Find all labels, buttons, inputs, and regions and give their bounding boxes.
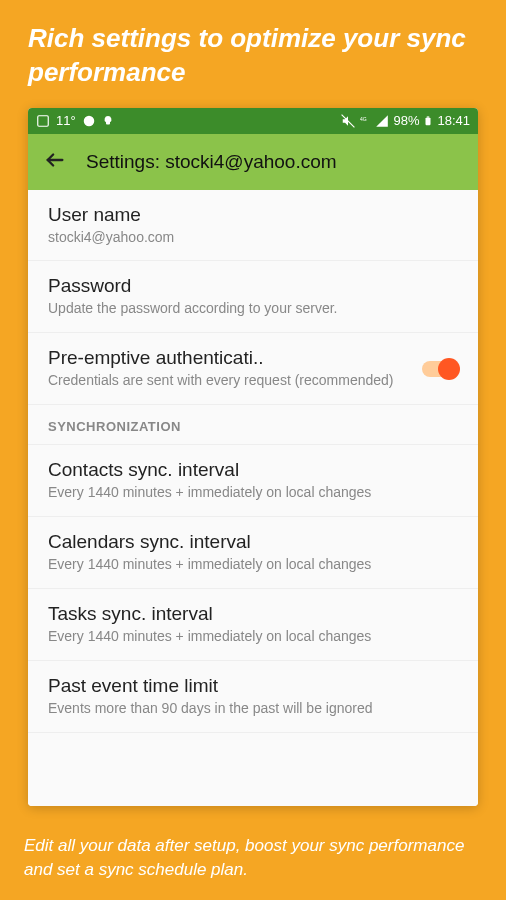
setting-contacts-interval[interactable]: Contacts sync. interval Every 1440 minut… (28, 445, 478, 517)
setting-username[interactable]: User name stocki4@yahoo.com (28, 190, 478, 262)
preemptive-toggle[interactable] (422, 361, 458, 377)
section-header-sync: SYNCHRONIZATION (28, 405, 478, 445)
setting-tasks-interval[interactable]: Tasks sync. interval Every 1440 minutes … (28, 589, 478, 661)
phone-frame: 11° 4G 98% 18:41 (28, 108, 478, 806)
page-title: Settings: stocki4@yahoo.com (86, 151, 337, 173)
firefox-icon (82, 114, 96, 128)
setting-sub: Events more than 90 days in the past wil… (48, 699, 458, 718)
setting-title: Calendars sync. interval (48, 531, 458, 553)
setting-sub: Update the password according to your se… (48, 299, 458, 318)
setting-title: Password (48, 275, 458, 297)
status-bar: 11° 4G 98% 18:41 (28, 108, 478, 134)
setting-preemptive-auth[interactable]: Pre-emptive authenticati.. Credentials a… (28, 333, 478, 405)
settings-list: User name stocki4@yahoo.com Password Upd… (28, 190, 478, 806)
setting-past-event-limit[interactable]: Past event time limit Events more than 9… (28, 661, 478, 733)
battery-percent: 98% (393, 113, 419, 128)
svg-point-1 (83, 115, 94, 126)
setting-title: Contacts sync. interval (48, 459, 458, 481)
bulb-icon (102, 114, 114, 128)
svg-text:4G: 4G (360, 116, 367, 122)
setting-password[interactable]: Password Update the password according t… (28, 261, 478, 333)
setting-title: Pre-emptive authenticati.. (48, 347, 412, 369)
clock-label: 18:41 (437, 113, 470, 128)
setting-sub: stocki4@yahoo.com (48, 228, 458, 247)
battery-icon (423, 114, 433, 128)
setting-title: Tasks sync. interval (48, 603, 458, 625)
svg-rect-4 (426, 117, 431, 125)
promo-header: Rich settings to optimize your sync perf… (0, 0, 506, 108)
promo-footer: Edit all your data after setup, boost yo… (0, 816, 506, 900)
setting-sub: Every 1440 minutes + immediately on loca… (48, 555, 458, 574)
setting-title: User name (48, 204, 458, 226)
screenshot-icon (36, 114, 50, 128)
setting-sub: Every 1440 minutes + immediately on loca… (48, 627, 458, 646)
network-icon: 4G (359, 115, 371, 127)
mute-icon (341, 114, 355, 128)
setting-sub: Credentials are sent with every request … (48, 371, 412, 390)
setting-calendars-interval[interactable]: Calendars sync. interval Every 1440 minu… (28, 517, 478, 589)
temperature-label: 11° (56, 113, 76, 128)
svg-rect-0 (38, 115, 49, 126)
setting-sub: Every 1440 minutes + immediately on loca… (48, 483, 458, 502)
signal-icon (375, 114, 389, 128)
back-arrow-icon[interactable] (44, 149, 66, 175)
app-bar: Settings: stocki4@yahoo.com (28, 134, 478, 190)
svg-rect-5 (427, 116, 430, 117)
setting-title: Past event time limit (48, 675, 458, 697)
